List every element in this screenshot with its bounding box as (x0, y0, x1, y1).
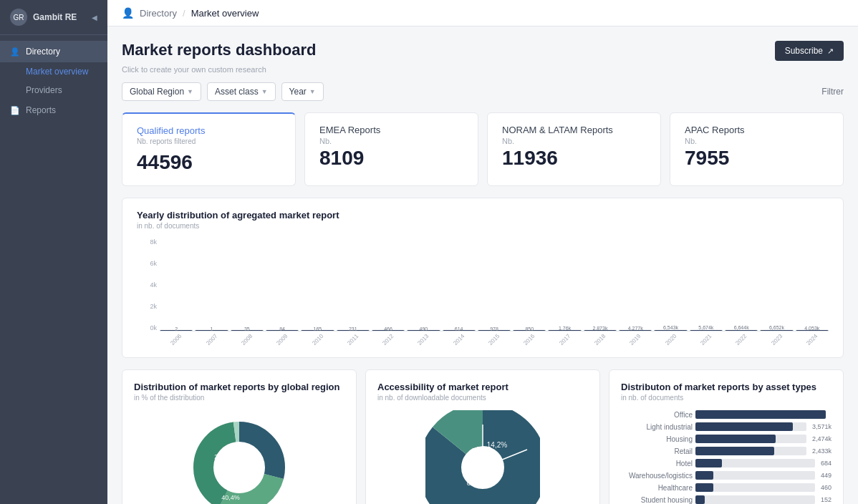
asset-bar-row: Student housing152 (621, 495, 832, 504)
bar-label: 2006 (170, 333, 183, 346)
kpi-emea-nb: Nb. (319, 137, 463, 145)
sidebar: GR Gambit RE ◀ 👤 Directory Market overvi… (0, 0, 107, 504)
page-title: Market reports dashboard (122, 41, 316, 59)
app-logo: GR (10, 9, 27, 26)
kpi-qualified-sublabel: Nb. reports filtered (137, 137, 281, 145)
sidebar-item-directory-label: Directory (26, 47, 60, 57)
region-chart-title: Distribution of market reports by global… (134, 382, 344, 392)
kpi-qualified-value: 44596 (137, 151, 281, 174)
accessibility-chart-title: Accessibility of market report (377, 382, 588, 392)
asset-bar-track (695, 483, 815, 492)
asset-bar-row: Retail2,433k (621, 447, 832, 455)
bar-chart-bars: 2200612007352008842009165201023120114662… (160, 238, 829, 331)
subscribe-button[interactable]: Subscribe ↗ (775, 41, 844, 61)
bar-label: 2021 (699, 333, 713, 346)
page-header: Market reports dashboard Subscribe ↗ (122, 41, 844, 61)
external-link-icon: ↗ (827, 47, 834, 56)
region-filter-arrow: ▼ (187, 88, 193, 95)
asset-chart-subtitle: in nb. of documents (621, 394, 832, 402)
asset-bar-label: Housing (621, 435, 693, 443)
asset-bar-fill (695, 471, 713, 480)
bar-label: 2017 (558, 333, 572, 346)
asset-bar-fill (695, 422, 793, 431)
asset-class-filter-label: Asset class (215, 87, 259, 97)
asset-bar-fill (695, 459, 722, 467)
asset-bar-row: Light industrial3,571k (621, 422, 832, 431)
main-content: 👤 Directory / Market overview Market rep… (107, 0, 858, 504)
asset-bar-row: Housing2,474k (621, 435, 832, 443)
asset-bar-track (695, 435, 806, 443)
asset-bar-row: Healthcare460 (621, 483, 832, 492)
sidebar-item-directory[interactable]: 👤 Directory (0, 41, 107, 62)
bar-label: 2020 (664, 333, 678, 346)
y-label-0k: 0k (137, 324, 157, 331)
asset-bar-fill (695, 483, 713, 492)
year-arrow: ▼ (309, 88, 316, 95)
asset-bar-track (695, 459, 815, 467)
kpi-card-emea[interactable]: EMEA Reports Nb. 8109 (304, 112, 478, 186)
bar-label: 2022 (735, 333, 748, 346)
breadcrumb-separator: / (183, 8, 185, 19)
bar-label: 2008 (240, 333, 254, 346)
region-donut-container: 29,0% 28,4% 40,4% (134, 410, 344, 504)
sidebar-sub-item-market-overview[interactable]: Market overview (0, 62, 107, 81)
svg-text:28,4%: 28,4% (214, 453, 233, 460)
app-name: Gambit RE (33, 12, 77, 22)
asset-bar-row: Office (621, 410, 832, 419)
kpi-qualified-label: Qualified reports (137, 125, 281, 136)
asset-bar-track (695, 495, 815, 504)
bar-label: 2012 (382, 333, 395, 346)
bar-value: 4,053k (804, 326, 819, 331)
asset-bar-row: Hotel684 (621, 459, 832, 467)
bar-value: 6,543k (663, 325, 678, 330)
year-filter[interactable]: Year ▼ (281, 82, 324, 101)
asset-class-filter[interactable]: Asset class ▼ (207, 82, 276, 101)
bar-label: 2019 (629, 333, 642, 346)
asset-bar-label: Light industrial (621, 423, 693, 431)
kpi-apac-nb: Nb. (685, 137, 829, 145)
bar-value: 4,277k (628, 326, 643, 331)
asset-bar-track (695, 422, 806, 431)
directory-icon: 👤 (10, 47, 20, 57)
kpi-card-qualified[interactable]: Qualified reports Nb. reports filtered 4… (122, 112, 296, 186)
topbar-current-page: Market overview (191, 8, 259, 19)
bar-label: 2010 (311, 333, 324, 346)
x-axis-line (160, 331, 829, 331)
asset-bar-fill (695, 435, 776, 443)
sidebar-toggle[interactable]: ◀ (92, 14, 97, 21)
topbar: 👤 Directory / Market overview (107, 0, 858, 26)
accessibility-donut-svg: 85,8% 14,2% (425, 410, 540, 504)
page-subtitle: Click to create your own custom research (122, 65, 844, 74)
asset-bar-track (695, 447, 806, 455)
asset-chart-card: Distributon of market reports by asset t… (609, 369, 844, 504)
sidebar-sub-item-providers[interactable]: Providers (0, 81, 107, 100)
sidebar-item-reports[interactable]: 📄 Reports (0, 100, 107, 121)
kpi-row: Qualified reports Nb. reports filtered 4… (122, 112, 844, 186)
bar-label: 2016 (523, 333, 536, 346)
region-filter-label: Global Region (130, 87, 184, 97)
year-filter-label: Year (289, 87, 307, 97)
asset-bar-label: Healthcare (621, 484, 693, 492)
region-filter[interactable]: Global Region ▼ (122, 82, 201, 101)
yearly-chart-area: 8k 6k 4k 2k 0k 2200612007352008842009165… (137, 238, 829, 346)
asset-bar-track (695, 471, 815, 480)
asset-bars-list: OfficeLight industrial3,571kHousing2,474… (621, 410, 832, 504)
bar-label: 2009 (276, 333, 289, 346)
reports-icon: 📄 (10, 106, 20, 115)
kpi-card-noram[interactable]: NORAM & LATAM Reports Nb. 11936 (487, 112, 661, 186)
bar-label: 2014 (452, 333, 466, 346)
filter-right-button[interactable]: Filtrer (821, 87, 844, 97)
region-donut-svg: 29,0% 28,4% 40,4% (182, 410, 297, 504)
kpi-apac-value: 7955 (685, 147, 829, 170)
bar-label: 2007 (205, 333, 218, 346)
y-label-8k: 8k (137, 238, 157, 246)
yearly-chart-subtitle: in nb. of documents (137, 222, 829, 230)
accessibility-chart-subtitle: in nb. of downloadable documents (377, 394, 588, 402)
kpi-emea-label: EMEA Reports (319, 125, 463, 135)
asset-bar-label: Warehouse/logistics (621, 472, 693, 480)
sidebar-header: GR Gambit RE ◀ (0, 0, 107, 35)
y-label-6k: 6k (137, 260, 157, 267)
kpi-card-apac[interactable]: APAC Reports Nb. 7955 (670, 112, 844, 186)
sidebar-item-reports-label: Reports (26, 105, 56, 115)
asset-bar-label: Office (621, 411, 693, 419)
